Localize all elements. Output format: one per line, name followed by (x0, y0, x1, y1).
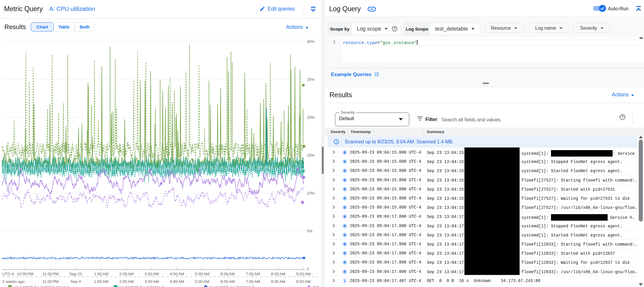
svg-text:6:00 AM: 6:00 AM (220, 279, 235, 284)
svg-text:1:00 AM: 1:00 AM (94, 279, 108, 284)
svg-text:Sep 9: Sep 9 (70, 279, 81, 284)
svg-text:4:00 AM: 4:00 AM (170, 279, 184, 284)
svg-text:5%: 5% (307, 229, 312, 233)
svg-text:us-central1-b > instance-2: us-central1-b > instance-2 (120, 285, 164, 287)
svg-text:inst: inst (313, 285, 319, 287)
svg-text:10%: 10% (307, 191, 315, 195)
svg-text:3:00 AM: 3:00 AM (144, 279, 159, 284)
svg-text:30%: 30% (307, 39, 315, 44)
svg-text:us-central1-c > instance-3: us-central1-c > instance-3 (210, 285, 254, 287)
svg-text:9:00 AM: 9:00 AM (296, 279, 310, 284)
svg-text:UTC-4: UTC-4 (2, 272, 14, 276)
svg-text:20%: 20% (307, 115, 315, 120)
svg-text:2:00 AM: 2:00 AM (119, 279, 133, 284)
svg-text:25%: 25% (307, 77, 315, 82)
svg-text:11:00 PM: 11:00 PM (42, 279, 59, 284)
svg-text:us-central1-b > instance-group: us-central1-b > instance-group-1 (14, 285, 69, 287)
svg-text:15%: 15% (307, 153, 315, 157)
svg-text:5:00 AM: 5:00 AM (195, 279, 209, 284)
svg-text:8:00 AM: 8:00 AM (271, 279, 285, 284)
svg-text:0: 0 (307, 267, 309, 271)
svg-text:2 weeks ago: 2 weeks ago (2, 279, 25, 284)
svg-text:7:00 AM: 7:00 AM (246, 279, 260, 284)
svg-text:10:00 PM: 10:00 PM (17, 272, 34, 276)
